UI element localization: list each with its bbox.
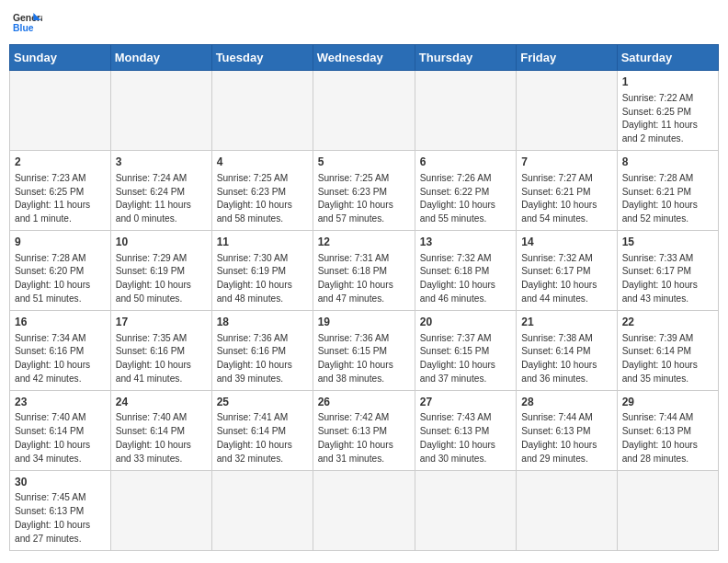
day-number: 24 [116,395,207,410]
day-info: Sunrise: 7:36 AM Sunset: 6:16 PM Dayligh… [217,332,308,386]
day-number: 27 [420,395,511,410]
day-info: Sunrise: 7:42 AM Sunset: 6:13 PM Dayligh… [318,411,410,465]
calendar-cell: 6Sunrise: 7:26 AM Sunset: 6:22 PM Daylig… [415,150,516,230]
day-info: Sunrise: 7:32 AM Sunset: 6:17 PM Dayligh… [521,252,611,306]
day-number: 8 [622,155,713,170]
day-number: 14 [521,235,611,250]
calendar-cell: 11Sunrise: 7:30 AM Sunset: 6:19 PM Dayli… [211,230,313,310]
day-info: Sunrise: 7:30 AM Sunset: 6:19 PM Dayligh… [217,252,308,306]
day-info: Sunrise: 7:38 AM Sunset: 6:14 PM Dayligh… [521,332,611,386]
calendar-cell: 28Sunrise: 7:44 AM Sunset: 6:13 PM Dayli… [517,390,617,470]
calendar-cell: 4Sunrise: 7:25 AM Sunset: 6:23 PM Daylig… [211,150,313,230]
day-number: 28 [521,395,611,410]
day-number: 30 [15,475,106,490]
calendar-table: SundayMondayTuesdayWednesdayThursdayFrid… [9,44,719,551]
day-info: Sunrise: 7:41 AM Sunset: 6:14 PM Dayligh… [217,411,308,465]
weekday-header-saturday: Saturday [617,45,718,71]
weekday-header-wednesday: Wednesday [313,45,415,71]
day-number: 1 [622,75,713,90]
calendar-cell: 1Sunrise: 7:22 AM Sunset: 6:25 PM Daylig… [617,71,718,151]
calendar-cell: 20Sunrise: 7:37 AM Sunset: 6:15 PM Dayli… [415,310,516,390]
logo: General Blue [13,9,42,39]
calendar-cell: 29Sunrise: 7:44 AM Sunset: 6:13 PM Dayli… [617,390,718,470]
calendar-cell: 16Sunrise: 7:34 AM Sunset: 6:16 PM Dayli… [10,310,111,390]
day-info: Sunrise: 7:35 AM Sunset: 6:16 PM Dayligh… [116,332,207,386]
calendar-cell [110,470,211,550]
day-number: 21 [521,315,611,330]
weekday-header-thursday: Thursday [415,45,516,71]
calendar-cell: 19Sunrise: 7:36 AM Sunset: 6:15 PM Dayli… [313,310,415,390]
day-number: 11 [217,235,308,250]
calendar-cell: 30Sunrise: 7:45 AM Sunset: 6:13 PM Dayli… [10,470,111,550]
weekday-header-tuesday: Tuesday [211,45,313,71]
day-number: 22 [622,315,713,330]
calendar-cell: 26Sunrise: 7:42 AM Sunset: 6:13 PM Dayli… [313,390,415,470]
day-info: Sunrise: 7:40 AM Sunset: 6:14 PM Dayligh… [116,411,207,465]
calendar-cell: 8Sunrise: 7:28 AM Sunset: 6:21 PM Daylig… [617,150,718,230]
day-number: 5 [318,155,410,170]
day-info: Sunrise: 7:34 AM Sunset: 6:16 PM Dayligh… [15,332,106,386]
day-number: 10 [116,235,207,250]
calendar-cell: 23Sunrise: 7:40 AM Sunset: 6:14 PM Dayli… [10,390,111,470]
day-info: Sunrise: 7:28 AM Sunset: 6:20 PM Dayligh… [15,252,106,306]
calendar-cell: 15Sunrise: 7:33 AM Sunset: 6:17 PM Dayli… [617,230,718,310]
logo-icon: General Blue [13,9,42,39]
day-number: 18 [217,315,308,330]
weekday-header-friday: Friday [517,45,617,71]
day-info: Sunrise: 7:32 AM Sunset: 6:18 PM Dayligh… [420,252,511,306]
day-info: Sunrise: 7:22 AM Sunset: 6:25 PM Dayligh… [622,92,713,146]
day-info: Sunrise: 7:23 AM Sunset: 6:25 PM Dayligh… [15,172,106,226]
calendar-cell [313,470,415,550]
calendar-cell: 7Sunrise: 7:27 AM Sunset: 6:21 PM Daylig… [517,150,617,230]
calendar-cell [415,71,516,151]
day-number: 4 [217,155,308,170]
day-info: Sunrise: 7:28 AM Sunset: 6:21 PM Dayligh… [622,172,713,226]
day-info: Sunrise: 7:36 AM Sunset: 6:15 PM Dayligh… [318,332,410,386]
calendar-cell [617,470,718,550]
calendar-cell: 17Sunrise: 7:35 AM Sunset: 6:16 PM Dayli… [110,310,211,390]
calendar-cell: 13Sunrise: 7:32 AM Sunset: 6:18 PM Dayli… [415,230,516,310]
calendar-cell [10,71,111,151]
calendar-cell: 24Sunrise: 7:40 AM Sunset: 6:14 PM Dayli… [110,390,211,470]
day-info: Sunrise: 7:26 AM Sunset: 6:22 PM Dayligh… [420,172,511,226]
weekday-header-sunday: Sunday [10,45,111,71]
day-number: 15 [622,235,713,250]
day-info: Sunrise: 7:44 AM Sunset: 6:13 PM Dayligh… [521,411,611,465]
day-info: Sunrise: 7:40 AM Sunset: 6:14 PM Dayligh… [15,411,106,465]
day-info: Sunrise: 7:43 AM Sunset: 6:13 PM Dayligh… [420,411,511,465]
calendar-cell: 18Sunrise: 7:36 AM Sunset: 6:16 PM Dayli… [211,310,313,390]
day-number: 3 [116,155,207,170]
weekday-header-monday: Monday [110,45,211,71]
day-number: 19 [318,315,410,330]
day-info: Sunrise: 7:25 AM Sunset: 6:23 PM Dayligh… [318,172,410,226]
day-number: 16 [15,315,106,330]
day-info: Sunrise: 7:25 AM Sunset: 6:23 PM Dayligh… [217,172,308,226]
calendar-cell: 25Sunrise: 7:41 AM Sunset: 6:14 PM Dayli… [211,390,313,470]
day-number: 29 [622,395,713,410]
page-header: General Blue [9,9,719,39]
calendar-cell [517,470,617,550]
calendar-cell: 22Sunrise: 7:39 AM Sunset: 6:14 PM Dayli… [617,310,718,390]
day-number: 6 [420,155,511,170]
day-info: Sunrise: 7:24 AM Sunset: 6:24 PM Dayligh… [116,172,207,226]
day-number: 26 [318,395,410,410]
day-info: Sunrise: 7:44 AM Sunset: 6:13 PM Dayligh… [622,411,713,465]
day-info: Sunrise: 7:27 AM Sunset: 6:21 PM Dayligh… [521,172,611,226]
day-info: Sunrise: 7:45 AM Sunset: 6:13 PM Dayligh… [15,491,106,546]
day-number: 7 [521,155,611,170]
day-number: 25 [217,395,308,410]
day-number: 20 [420,315,511,330]
svg-text:Blue: Blue [13,23,34,33]
day-info: Sunrise: 7:37 AM Sunset: 6:15 PM Dayligh… [420,332,511,386]
calendar-cell [313,71,415,151]
calendar-cell: 12Sunrise: 7:31 AM Sunset: 6:18 PM Dayli… [313,230,415,310]
day-info: Sunrise: 7:31 AM Sunset: 6:18 PM Dayligh… [318,252,410,306]
calendar-cell: 10Sunrise: 7:29 AM Sunset: 6:19 PM Dayli… [110,230,211,310]
calendar-cell [110,71,211,151]
calendar-cell: 9Sunrise: 7:28 AM Sunset: 6:20 PM Daylig… [10,230,111,310]
calendar-cell: 14Sunrise: 7:32 AM Sunset: 6:17 PM Dayli… [517,230,617,310]
calendar-cell: 5Sunrise: 7:25 AM Sunset: 6:23 PM Daylig… [313,150,415,230]
calendar-cell: 21Sunrise: 7:38 AM Sunset: 6:14 PM Dayli… [517,310,617,390]
calendar-cell: 3Sunrise: 7:24 AM Sunset: 6:24 PM Daylig… [110,150,211,230]
calendar-cell [517,71,617,151]
